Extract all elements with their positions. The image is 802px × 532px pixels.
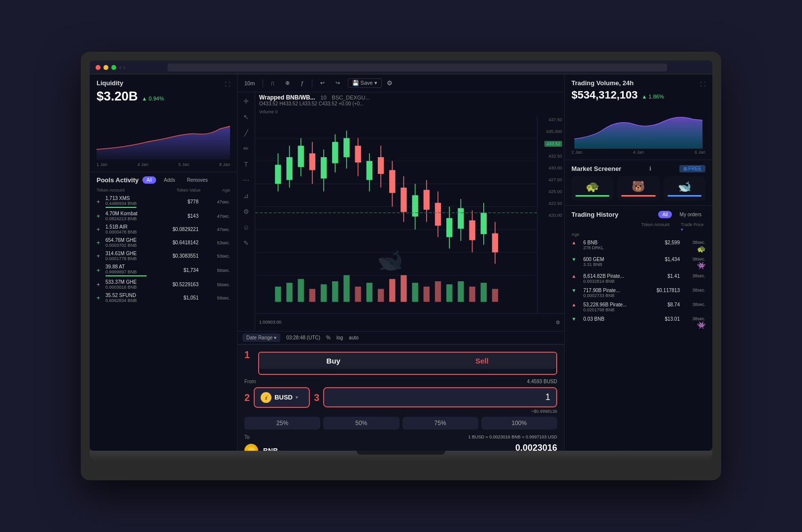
liquidity-chart (97, 107, 230, 161)
free-badge[interactable]: ⊞ FREE (679, 165, 705, 172)
svg-rect-14 (309, 153, 315, 170)
history-row: ▼ 600 GEM 3.31 BNB $1,434 38sec. 👾 (571, 257, 705, 269)
timeframe-selector[interactable]: 10m (241, 79, 258, 87)
marker-tool[interactable]: ✎ (240, 237, 252, 249)
formula-btn[interactable]: ƒ (298, 79, 306, 87)
filter-all-btn[interactable]: All (142, 176, 156, 184)
turtle-bar (575, 195, 609, 197)
back-btn[interactable]: ‹ (119, 64, 121, 71)
buy-sell-tabs: Buy Sell (259, 353, 556, 369)
svg-rect-49 (298, 279, 304, 301)
whale-bar (668, 195, 702, 197)
svg-rect-61 (435, 281, 441, 302)
pattern-tool[interactable]: ⋯ (240, 174, 252, 186)
svg-rect-65 (481, 283, 487, 302)
svg-rect-48 (286, 283, 292, 302)
screener-item-whale[interactable]: 🐋 (664, 176, 705, 200)
add-btn[interactable]: ⊕ (282, 79, 293, 87)
pool-add-icon: + (97, 239, 103, 246)
settings-icon[interactable]: ⚙ (387, 79, 393, 87)
laptop-screen: ‹ › Liquidity ⛶ $3.20B ▲ 0.94% (90, 61, 712, 451)
svg-rect-24 (367, 161, 372, 180)
screener-item-bear[interactable]: 🐻 (617, 176, 659, 200)
left-panel: Liquidity ⛶ $3.20B ▲ 0.94% (90, 74, 237, 451)
expand-volume-icon[interactable]: ⛶ (700, 81, 705, 87)
svg-rect-63 (458, 281, 464, 302)
pct-100-btn[interactable]: 100% (481, 417, 557, 430)
history-tab-all[interactable]: All (658, 211, 671, 218)
history-tab-my[interactable]: My orders (676, 211, 705, 218)
col-token-value: Token Value (161, 188, 200, 193)
liquidity-change: ▲ 0.94% (142, 96, 164, 101)
volume-chart-labels: 2 Jan 4 Jan 6 Jan (571, 150, 705, 155)
bear-emoji: 🐻 (632, 180, 645, 193)
pool-token-col: 654.76M GHE 0.0003702 BNB (105, 237, 157, 248)
filter-removes-btn[interactable]: Removes (183, 176, 211, 184)
token-select[interactable]: 💰 BUSD ▾ (255, 388, 309, 407)
svg-rect-42 (469, 220, 475, 240)
from-input-row: 2 💰 BUSD ▾ 3 (244, 387, 557, 408)
percent-toggle[interactable]: % (326, 335, 331, 340)
pools-header: Pools Activity All Adds Removes (97, 176, 230, 184)
pct-75-btn[interactable]: 75% (402, 417, 478, 430)
direction-icon: ▲ (571, 302, 582, 307)
price-427: 427.50 (548, 177, 562, 182)
svg-rect-54 (355, 287, 361, 302)
log-toggle[interactable]: log (336, 335, 343, 340)
svg-rect-64 (469, 287, 475, 302)
cursor-tool[interactable]: ↖ (240, 111, 252, 123)
pool-row: + 654.76M GHE 0.0003702 BNB $0.6418142 5… (97, 237, 230, 248)
pool-add-icon: + (97, 213, 103, 220)
buy-tab[interactable]: Buy (259, 353, 408, 369)
date-range-btn[interactable]: Date Range ▾ (242, 333, 280, 342)
price-432: 432.50 (548, 154, 562, 159)
expand-liquidity-icon[interactable]: ⛶ (225, 81, 230, 87)
emoji-tool[interactable]: ☺ (240, 221, 252, 233)
pool-row: + 533.37M GHE 0.0003016 BNB $0.5229163 5… (97, 279, 230, 290)
auto-toggle[interactable]: auto (349, 335, 358, 340)
crosshair-tool[interactable]: ✛ (240, 95, 252, 107)
indicators-btn[interactable]: ⎍ (268, 79, 277, 87)
trendline-tool[interactable]: ╱ (240, 127, 252, 138)
title-bar: ‹ › (90, 61, 712, 74)
zoom-tool[interactable]: ⚙ (240, 205, 252, 217)
svg-rect-53 (343, 275, 349, 302)
measure-tool[interactable]: ⊿ (240, 190, 252, 201)
svg-rect-18 (332, 142, 338, 163)
pool-add-icon: + (97, 281, 103, 288)
amount-input[interactable] (324, 388, 556, 406)
history-token: 8,614.82B Pirate... 0.0032814 BNB (583, 273, 639, 284)
url-bar[interactable] (167, 64, 667, 71)
minimize-btn[interactable] (103, 65, 108, 70)
undo-btn[interactable]: ↩ (317, 79, 328, 87)
maximize-btn[interactable] (111, 65, 116, 70)
save-btn[interactable]: 💾 Save ▾ (348, 78, 382, 88)
pool-row: + 1.51B AIR 0.0000478 BNB $0.0829221 47s… (97, 224, 230, 234)
svg-rect-57 (389, 279, 395, 301)
screener-item-turtle[interactable]: 🐢 (571, 176, 613, 200)
pct-25-btn[interactable]: 25% (244, 417, 320, 430)
pool-token-col: 35.52 SFUND 0.6062834 BNB (105, 293, 157, 303)
sell-tab[interactable]: Sell (408, 353, 557, 369)
close-btn[interactable] (96, 65, 100, 70)
pct-50-btn[interactable]: 50% (323, 417, 399, 430)
chart-header: Wrapped BNB/WB... 10 BSC_DEXGU... O433.5… (255, 92, 564, 108)
draw-tool[interactable]: ✏ (240, 142, 252, 154)
screener-info-icon[interactable]: ℹ (649, 166, 651, 172)
svg-rect-36 (435, 203, 441, 226)
filter-adds-btn[interactable]: Adds (160, 176, 179, 184)
col-token-amount: Token Amount (97, 188, 161, 193)
redo-btn[interactable]: ↪ (333, 79, 343, 87)
history-token: 53,228.96B Pirate... 0.0201798 BNB (583, 302, 639, 312)
history-row: ▲ 53,228.96B Pirate... 0.0201798 BNB $8.… (571, 302, 705, 312)
pools-section: Pools Activity All Adds Removes Token Am… (90, 172, 237, 451)
forward-btn[interactable]: › (123, 64, 125, 71)
svg-rect-51 (321, 284, 327, 302)
candle-container: 🐋 (255, 115, 537, 313)
svg-rect-50 (309, 289, 315, 301)
text-tool[interactable]: T (240, 158, 252, 170)
history-row: ▼ 717.90B Pirate... 0.0002733 BNB $0.117… (571, 288, 705, 298)
to-token-name: BNB (263, 447, 278, 451)
settings-chart-icon[interactable]: ⚙ (556, 320, 560, 325)
svg-rect-32 (412, 195, 418, 216)
